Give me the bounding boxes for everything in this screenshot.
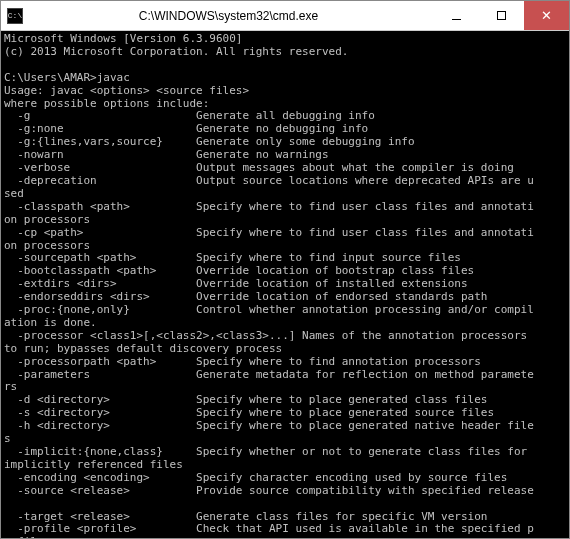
minimize-button[interactable] bbox=[434, 1, 479, 30]
close-button[interactable]: ✕ bbox=[524, 1, 569, 30]
window-title: C:\WINDOWS\system32\cmd.exe bbox=[23, 9, 434, 23]
terminal-output[interactable]: Microsoft Windows [Version 6.3.9600] (c)… bbox=[1, 31, 569, 538]
cmd-window: C:\ C:\WINDOWS\system32\cmd.exe ✕ Micros… bbox=[0, 0, 570, 539]
close-icon: ✕ bbox=[541, 8, 552, 23]
window-controls: ✕ bbox=[434, 1, 569, 30]
cmd-icon: C:\ bbox=[7, 8, 23, 24]
maximize-icon bbox=[497, 11, 506, 20]
maximize-button[interactable] bbox=[479, 1, 524, 30]
titlebar[interactable]: C:\ C:\WINDOWS\system32\cmd.exe ✕ bbox=[1, 1, 569, 31]
minimize-icon bbox=[452, 11, 461, 20]
